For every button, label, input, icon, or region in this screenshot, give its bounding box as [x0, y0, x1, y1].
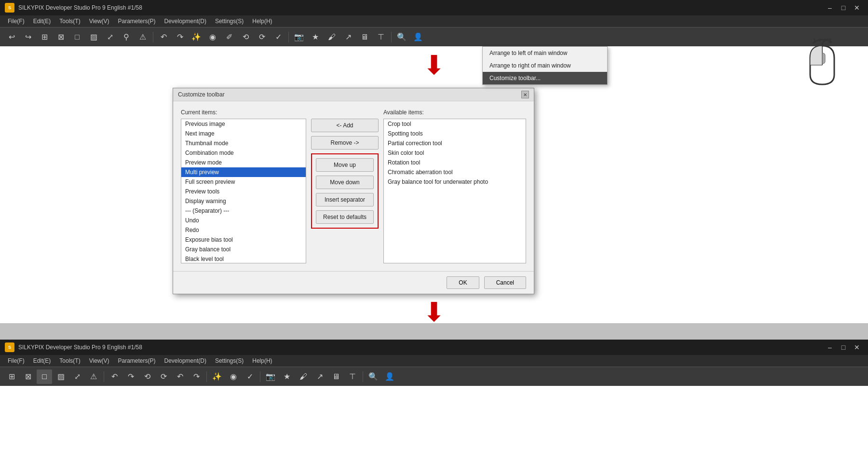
- bottom-menu-edit[interactable]: Edit(E): [29, 356, 55, 365]
- menu-development[interactable]: Development(D): [161, 17, 210, 26]
- bottom-tb-export[interactable]: ↗: [312, 369, 327, 384]
- ok-button[interactable]: OK: [447, 276, 479, 289]
- cancel-button[interactable]: Cancel: [484, 276, 526, 289]
- list-item-redo[interactable]: Redo: [181, 225, 306, 235]
- toolbar-forward[interactable]: ↪: [20, 30, 36, 44]
- list-item-next-image[interactable]: Next image: [181, 129, 306, 138]
- bottom-menu-development[interactable]: Development(D): [161, 356, 210, 365]
- menu-settings[interactable]: Settings(S): [211, 17, 247, 26]
- toolbar-search[interactable]: 🔍: [394, 30, 409, 44]
- list-item-display-warning[interactable]: Display warning: [181, 196, 306, 206]
- toolbar-redo[interactable]: ↷: [172, 30, 188, 44]
- avail-rotation[interactable]: Rotation tool: [384, 158, 526, 167]
- list-item-multi-preview[interactable]: Multi preview: [181, 167, 306, 177]
- bottom-tb-rect[interactable]: □: [37, 369, 52, 384]
- list-item-combination-mode[interactable]: Combination mode: [181, 148, 306, 158]
- avail-gray-balance-underwater[interactable]: Gray balance tool for underwater photo: [384, 177, 526, 187]
- bottom-menu-tools[interactable]: Tools(T): [55, 356, 84, 365]
- toolbar-undo[interactable]: ↶: [156, 30, 171, 44]
- current-items-list[interactable]: Previous image Next image Thumbnail mode…: [181, 119, 306, 263]
- menu-parameters[interactable]: Parameters(P): [114, 17, 160, 26]
- bottom-tb-search[interactable]: 🔍: [366, 369, 381, 384]
- bottom-tb-monitor[interactable]: 🖥: [328, 369, 344, 384]
- bottom-minimize-button[interactable]: –: [824, 342, 836, 353]
- list-item-gray-balance[interactable]: Gray balance tool: [181, 245, 306, 254]
- bottom-tb-tee[interactable]: ⊤: [345, 369, 360, 384]
- remove-button[interactable]: Remove ->: [311, 136, 379, 150]
- toolbar-warn[interactable]: ⚠: [135, 30, 150, 44]
- bottom-tb-grid2[interactable]: ⊠: [20, 369, 36, 384]
- toolbar-monitor[interactable]: 🖥: [357, 30, 372, 44]
- minimize-button[interactable]: –: [824, 2, 836, 13]
- bottom-maximize-button[interactable]: □: [837, 342, 850, 353]
- list-item-black-level[interactable]: Black level tool: [181, 254, 306, 263]
- toolbar-rotate-left[interactable]: ⟲: [238, 30, 253, 44]
- bottom-tb-warn[interactable]: ⚠: [86, 369, 101, 384]
- bottom-close-button[interactable]: ✕: [851, 342, 863, 353]
- toolbar-back[interactable]: ↩: [4, 30, 19, 44]
- list-item-undo[interactable]: Undo: [181, 216, 306, 225]
- menu-edit[interactable]: Edit(E): [29, 17, 55, 26]
- bottom-tb-rotate-right[interactable]: ⟳: [156, 369, 171, 384]
- toolbar-split[interactable]: ▨: [86, 30, 101, 44]
- move-down-button[interactable]: Move down: [316, 176, 374, 189]
- toolbar-check[interactable]: ✓: [271, 30, 286, 44]
- avail-partial-correction[interactable]: Partial correction tool: [384, 138, 526, 148]
- bottom-tb-camera[interactable]: 📷: [263, 369, 278, 384]
- toolbar-filter[interactable]: ★: [308, 30, 323, 44]
- toolbar-brush[interactable]: ✐: [221, 30, 237, 44]
- bottom-menu-view[interactable]: View(V): [85, 356, 113, 365]
- bottom-tb-wand[interactable]: ✨: [209, 369, 225, 384]
- bottom-tb-redo[interactable]: ↷: [123, 369, 138, 384]
- bottom-tb-rotate-left[interactable]: ⟲: [139, 369, 155, 384]
- context-menu-arrange-right[interactable]: Arrange to right of main window: [483, 59, 607, 72]
- list-item-exposure-bias[interactable]: Exposure bias tool: [181, 235, 306, 245]
- toolbar-grid1[interactable]: ⊞: [37, 30, 52, 44]
- bottom-tb-paint[interactable]: 🖌: [296, 369, 311, 384]
- bottom-tb-expand[interactable]: ⤢: [69, 369, 85, 384]
- bottom-tb-check[interactable]: ✓: [242, 369, 258, 384]
- list-item-preview-tools[interactable]: Preview tools: [181, 187, 306, 196]
- toolbar-tee[interactable]: ⊤: [373, 30, 389, 44]
- toolbar-grid2[interactable]: ⊠: [53, 30, 68, 44]
- bottom-tb-eye[interactable]: ◉: [226, 369, 241, 384]
- bottom-tb-undo2[interactable]: ↶: [172, 369, 188, 384]
- available-items-list[interactable]: Crop tool Spotting tools Partial correct…: [383, 119, 526, 263]
- reset-defaults-button[interactable]: Reset to defaults: [316, 210, 374, 224]
- bottom-tb-person[interactable]: 👤: [382, 369, 397, 384]
- menu-tools[interactable]: Tools(T): [55, 17, 84, 26]
- bottom-tb-filter[interactable]: ★: [279, 369, 295, 384]
- menu-file[interactable]: File(F): [4, 17, 28, 26]
- toolbar-camera[interactable]: 📷: [291, 30, 307, 44]
- bottom-menu-parameters[interactable]: Parameters(P): [114, 356, 160, 365]
- toolbar-zoom[interactable]: ⚲: [119, 30, 134, 44]
- toolbar-person[interactable]: 👤: [410, 30, 426, 44]
- insert-separator-button[interactable]: Insert separator: [316, 193, 374, 206]
- bottom-tb-grid1[interactable]: ⊞: [4, 369, 19, 384]
- toolbar-rect[interactable]: □: [69, 30, 85, 44]
- context-menu-arrange-left[interactable]: Arrange to left of main window: [483, 47, 607, 59]
- toolbar-export[interactable]: ↗: [340, 30, 356, 44]
- context-menu-customize[interactable]: Customize toolbar...: [483, 72, 607, 84]
- list-item-separator[interactable]: --- (Separator) ---: [181, 206, 306, 216]
- avail-skin-color[interactable]: Skin color tool: [384, 148, 526, 158]
- bottom-tb-split[interactable]: ▨: [53, 369, 68, 384]
- bottom-tb-redo2[interactable]: ↷: [189, 369, 204, 384]
- toolbar-expand[interactable]: ⤢: [102, 30, 118, 44]
- avail-spotting-tools[interactable]: Spotting tools: [384, 129, 526, 138]
- menu-view[interactable]: View(V): [85, 17, 113, 26]
- toolbar-eye[interactable]: ◉: [205, 30, 220, 44]
- list-item-thumbnail-mode[interactable]: Thumbnail mode: [181, 138, 306, 148]
- add-button[interactable]: <- Add: [311, 119, 379, 132]
- avail-crop-tool[interactable]: Crop tool: [384, 119, 526, 129]
- list-item-full-screen[interactable]: Full screen preview: [181, 177, 306, 187]
- bottom-tb-undo[interactable]: ↶: [107, 369, 122, 384]
- list-item-preview-mode[interactable]: Preview mode: [181, 158, 306, 167]
- bottom-menu-settings[interactable]: Settings(S): [211, 356, 247, 365]
- toolbar-paint[interactable]: 🖌: [324, 30, 339, 44]
- menu-help[interactable]: Help(H): [248, 17, 276, 26]
- avail-chromatic-aberration[interactable]: Chromatic aberration tool: [384, 167, 526, 177]
- bottom-menu-file[interactable]: File(F): [4, 356, 28, 365]
- bottom-menu-help[interactable]: Help(H): [248, 356, 276, 365]
- toolbar-rotate-right[interactable]: ⟳: [254, 30, 270, 44]
